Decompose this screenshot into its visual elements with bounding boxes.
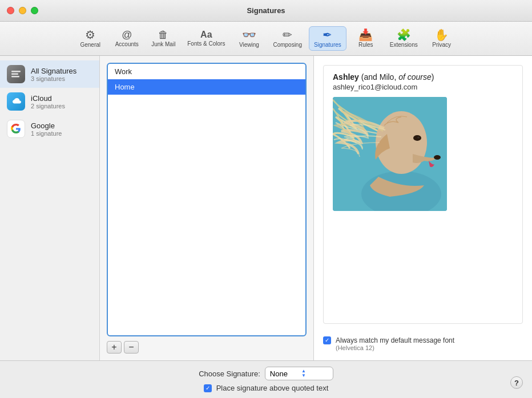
rules-label: Rules <box>358 42 373 48</box>
sig-item-work[interactable]: Work <box>108 64 305 79</box>
choose-sig-select[interactable]: None ▲ ▼ <box>265 367 333 380</box>
sig-item-home[interactable]: Home <box>108 79 305 95</box>
choose-sig-label: Choose Signature: <box>199 369 260 378</box>
main-content: All Signatures 3 signatures iCloud 2 sig… <box>0 56 532 360</box>
extensions-label: Extensions <box>390 42 418 48</box>
viewing-icon: 👓 <box>242 29 256 40</box>
icloud-name: iCloud <box>31 94 65 103</box>
signature-name-suffix: (and Milo, <box>359 72 398 82</box>
sidebar-item-icloud[interactable]: iCloud 2 signatures <box>0 88 99 115</box>
extensions-icon: 🧩 <box>397 29 411 40</box>
rules-icon: 📥 <box>358 29 373 40</box>
signature-name-bold: Ashley <box>333 72 359 82</box>
checkmark-icon: ✓ <box>325 338 329 343</box>
remove-signature-button[interactable]: − <box>124 341 139 354</box>
toolbar-accounts[interactable]: @ Accounts <box>110 27 144 50</box>
sidebar-item-google[interactable]: Google 1 signature <box>0 115 99 143</box>
toolbar-composing[interactable]: ✏ Composing <box>268 27 307 50</box>
svg-rect-0 <box>11 71 21 72</box>
font-match-row: ✓ Always match my default message font <box>323 336 523 344</box>
help-button[interactable]: ? <box>510 376 523 389</box>
icloud-icon <box>7 92 25 111</box>
general-label: General <box>80 42 100 48</box>
signatures-icon: ✒ <box>323 29 332 40</box>
minimize-button[interactable] <box>19 7 26 14</box>
signature-name-close: ) <box>432 72 434 82</box>
font-match-sub: (Helvetica 12) <box>336 344 523 351</box>
toolbar-extensions[interactable]: 🧩 Extensions <box>385 27 422 50</box>
place-sig-checkbox[interactable]: ✓ <box>204 384 212 392</box>
preview-area: Ashley (and Milo, of course) ashley_rico… <box>314 56 532 360</box>
toolbar-junk-mail[interactable]: 🗑 Junk Mail <box>146 27 180 50</box>
choose-sig-value: None <box>270 369 288 378</box>
fonts-colors-label: Fonts & Colors <box>187 40 225 47</box>
fonts-colors-icon: Aa <box>200 30 212 39</box>
accounts-label: Accounts <box>115 41 139 47</box>
toolbar-viewing[interactable]: 👓 Viewing <box>232 27 266 50</box>
svg-point-6 <box>434 155 441 160</box>
junk-mail-icon: 🗑 <box>158 30 168 40</box>
all-signatures-name: All Signatures <box>31 67 76 75</box>
icloud-text: iCloud 2 signatures <box>31 94 65 109</box>
window-title: Signatures <box>247 6 285 15</box>
place-sig-label: Place signature above quoted text <box>216 384 329 392</box>
signature-name-italic: of course <box>398 72 432 82</box>
toolbar-general[interactable]: ⚙ General <box>73 27 107 50</box>
general-icon: ⚙ <box>85 29 95 40</box>
toolbar-privacy[interactable]: ✋ Privacy <box>425 27 459 50</box>
select-arrows-icon: ▲ ▼ <box>301 369 306 378</box>
all-signatures-count: 3 signatures <box>31 75 76 82</box>
toolbar: ⚙ General @ Accounts 🗑 Junk Mail Aa Font… <box>0 22 532 56</box>
sidebar-item-all-signatures[interactable]: All Signatures 3 signatures <box>0 60 99 88</box>
signatures-label: Signatures <box>314 42 341 48</box>
viewing-label: Viewing <box>239 42 259 48</box>
google-text: Google 1 signature <box>31 121 62 137</box>
all-signatures-icon <box>7 65 25 83</box>
svg-rect-2 <box>11 76 19 78</box>
composing-label: Composing <box>273 42 302 48</box>
composing-icon: ✏ <box>283 29 292 40</box>
sig-list-actions: + − <box>107 341 307 354</box>
google-name: Google <box>31 121 62 130</box>
choose-sig-row: Choose Signature: None ▲ ▼ <box>199 367 333 380</box>
place-sig-checkmark-icon: ✓ <box>205 385 210 391</box>
toolbar-signatures[interactable]: ✒ Signatures <box>309 26 346 51</box>
signature-name-line: Ashley (and Milo, of course) <box>333 72 513 82</box>
google-count: 1 signature <box>31 130 62 137</box>
maximize-button[interactable] <box>31 7 38 14</box>
add-signature-button[interactable]: + <box>107 341 122 354</box>
signatures-area: Work Home + − <box>100 56 314 360</box>
sidebar: All Signatures 3 signatures iCloud 2 sig… <box>0 56 100 360</box>
svg-point-7 <box>413 135 421 141</box>
signature-image <box>333 97 447 211</box>
font-match-label: Always match my default message font <box>336 336 454 344</box>
privacy-icon: ✋ <box>434 29 449 40</box>
google-icon <box>7 120 25 138</box>
sig-list: Work Home <box>107 63 307 336</box>
svg-rect-1 <box>11 74 18 75</box>
accounts-icon: @ <box>122 30 132 40</box>
bottom-bar: Choose Signature: None ▲ ▼ ✓ Place signa… <box>0 360 532 398</box>
toolbar-rules[interactable]: 📥 Rules <box>349 27 383 50</box>
svg-point-8 <box>417 137 420 139</box>
font-match-checkbox[interactable]: ✓ <box>323 336 331 344</box>
bottom-bar-wrapper: Choose Signature: None ▲ ▼ ✓ Place signa… <box>0 360 532 398</box>
all-signatures-text: All Signatures 3 signatures <box>31 67 76 82</box>
privacy-label: Privacy <box>432 42 451 48</box>
window-buttons <box>7 7 38 14</box>
junk-mail-label: Junk Mail <box>151 41 175 47</box>
title-bar: Signatures <box>0 0 532 22</box>
signature-preview: Ashley (and Milo, of course) ashley_rico… <box>323 65 523 324</box>
toolbar-fonts-colors[interactable]: Aa Fonts & Colors <box>183 28 229 49</box>
signature-email: ashley_rico1@icloud.com <box>333 83 513 91</box>
icloud-count: 2 signatures <box>31 103 65 109</box>
close-button[interactable] <box>7 7 14 14</box>
place-sig-row: ✓ Place signature above quoted text <box>204 384 329 392</box>
